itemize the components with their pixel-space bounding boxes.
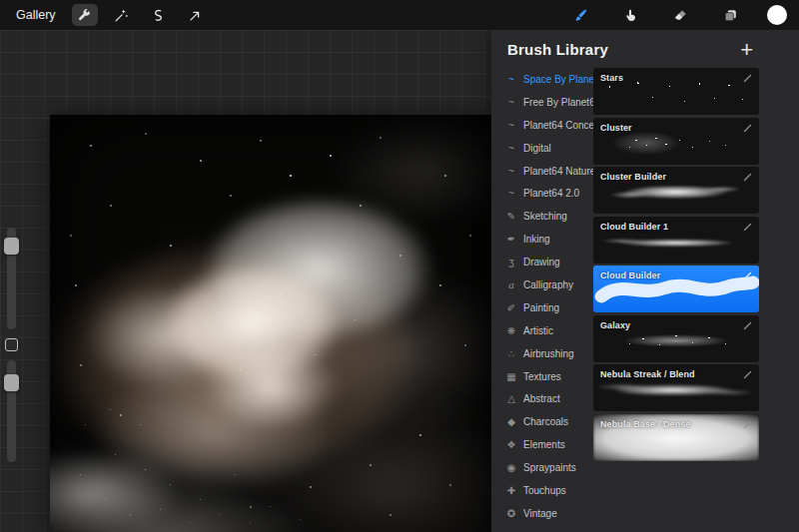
category-label: Abstract (523, 393, 560, 404)
brush-cluster-builder[interactable]: Cluster Builder (593, 167, 759, 214)
category-planet64-nature[interactable]: ~Planet64 Nature (505, 160, 591, 183)
sidebar-controls (2, 228, 20, 462)
brush-library-panel: Brush Library + ~Space By Planet64~Free … (491, 30, 799, 532)
pencil-icon (742, 419, 753, 430)
modify-button[interactable] (5, 338, 18, 351)
category-label: Artistic (523, 325, 553, 336)
category-space-by-planet64[interactable]: ~Space By Planet64 (505, 68, 591, 91)
pencil-icon (742, 123, 753, 134)
category-sketching[interactable]: ✎Sketching (505, 205, 591, 228)
stroke-icon: ~ (505, 143, 517, 154)
spray-icon: ∴ (505, 348, 517, 359)
category-label: Inking (523, 234, 550, 245)
gallery-button[interactable]: Gallery (10, 8, 62, 22)
adjustments-wand-button[interactable] (109, 4, 135, 26)
brush-galaxy[interactable]: Galaxy (593, 315, 759, 362)
category-label: Free By Planet64 (523, 97, 600, 108)
paintbrush-icon: ✐ (505, 302, 517, 313)
category-label: Airbrushing (523, 348, 574, 359)
category-label: Calligraphy (523, 279, 573, 290)
brush-name: Nebula Base / Dense (600, 419, 690, 429)
category-painting[interactable]: ✐Painting (505, 296, 591, 319)
category-textures[interactable]: ▦Textures (505, 365, 591, 388)
selection-s-button[interactable] (146, 4, 172, 26)
texture-icon: ▦ (505, 371, 517, 382)
top-toolbar: Gallery (0, 0, 799, 30)
brush-name: Nebula Streak / Blend (600, 369, 695, 379)
pencil-icon (742, 270, 753, 281)
canvas-vignette (50, 115, 491, 532)
category-artistic[interactable]: ❋Artistic (505, 319, 591, 342)
category-vintage[interactable]: ✪Vintage (505, 502, 591, 525)
brush-cloud-builder-1[interactable]: Cloud Builder 1 (593, 217, 759, 264)
category-label: Planet64 Nature (523, 166, 595, 177)
category-drawing[interactable]: ʒDrawing (505, 251, 591, 273)
stroke-icon: ~ (505, 166, 517, 177)
adjustments-wand-icon (114, 8, 129, 23)
color-swatch-button[interactable] (767, 5, 787, 25)
letter-a-icon: a (505, 278, 517, 290)
category-inking[interactable]: ✒Inking (505, 228, 591, 251)
triangle-icon: △ (505, 393, 517, 404)
add-brush-button[interactable]: + (740, 42, 753, 58)
spraycan-icon: ◉ (505, 462, 517, 473)
category-label: Spraypaints (523, 462, 576, 473)
left-tool-group (72, 4, 220, 26)
category-label: Drawing (523, 257, 560, 267)
brush-cluster[interactable]: Cluster (593, 118, 759, 165)
brush-category-list: ~Space By Planet64~Free By Planet64~Plan… (491, 65, 591, 532)
actions-wrench-button[interactable] (72, 4, 98, 26)
pencil-icon (742, 172, 753, 183)
category-label: Textures (523, 371, 561, 382)
category-planet64-concept[interactable]: ~Planet64 Concept (505, 114, 591, 137)
category-abstract[interactable]: △Abstract (505, 387, 591, 410)
category-label: Elements (523, 439, 565, 450)
category-spraypaints[interactable]: ◉Spraypaints (505, 456, 591, 479)
category-planet64-2-0[interactable]: ~Planet64 2.0 (505, 182, 591, 205)
right-tool-group (567, 4, 789, 26)
charcoal-icon: ◆ (505, 416, 517, 427)
opacity-slider-handle[interactable] (4, 374, 19, 391)
brush-name: Cloud Builder 1 (600, 222, 668, 232)
brush-library-body: ~Space By Planet64~Free By Planet64~Plan… (491, 65, 799, 532)
squiggle-icon: ʒ (505, 257, 517, 267)
pencil-icon (742, 320, 753, 331)
brush-size-slider[interactable] (7, 228, 16, 329)
brush-name: Galaxy (600, 320, 630, 330)
brush-cloud-builder[interactable]: Cloud Builder (593, 266, 759, 312)
brush-name: Cluster Builder (600, 172, 666, 182)
brush-nebula-streak-blend[interactable]: Nebula Streak / Blend (593, 364, 759, 411)
stroke-icon: ~ (505, 120, 517, 131)
layers-button[interactable] (717, 4, 743, 26)
category-label: Painting (523, 302, 559, 313)
star-icon: ✪ (505, 508, 517, 519)
brush-stars[interactable]: Stars (593, 68, 759, 115)
category-calligraphy[interactable]: aCalligraphy (505, 273, 591, 296)
eraser-button[interactable] (667, 4, 693, 26)
category-touchups[interactable]: ✚Touchups (505, 479, 591, 502)
category-label: Digital (523, 143, 551, 154)
category-label: Sketching (523, 211, 567, 222)
brush-size-slider-handle[interactable] (4, 238, 19, 255)
category-elements[interactable]: ❖Elements (505, 433, 591, 456)
paint-brush-icon (573, 8, 588, 23)
eraser-icon (673, 8, 688, 23)
selection-s-icon (151, 8, 166, 23)
category-digital[interactable]: ~Digital (505, 137, 591, 160)
canvas[interactable] (50, 115, 491, 532)
paint-brush-button[interactable] (567, 4, 593, 26)
category-label: Planet64 2.0 (523, 188, 579, 199)
category-charcoals[interactable]: ◆Charcoals (505, 410, 591, 433)
procreate-app: Gallery Brush Library + ~Spac (0, 0, 799, 532)
artistic-icon: ❋ (505, 325, 517, 336)
smudge-finger-button[interactable] (617, 4, 643, 26)
category-airbrushing[interactable]: ∴Airbrushing (505, 342, 591, 365)
opacity-slider[interactable] (7, 360, 16, 462)
smudge-finger-icon (623, 8, 638, 23)
category-free-by-planet64[interactable]: ~Free By Planet64 (505, 91, 591, 114)
category-label: Vintage (523, 508, 557, 519)
pencil-icon: ✎ (505, 211, 517, 222)
transform-arrow-button[interactable] (183, 4, 209, 26)
brush-nebula-base-dense[interactable]: Nebula Base / Dense (593, 414, 759, 461)
elements-icon: ❖ (505, 439, 517, 450)
